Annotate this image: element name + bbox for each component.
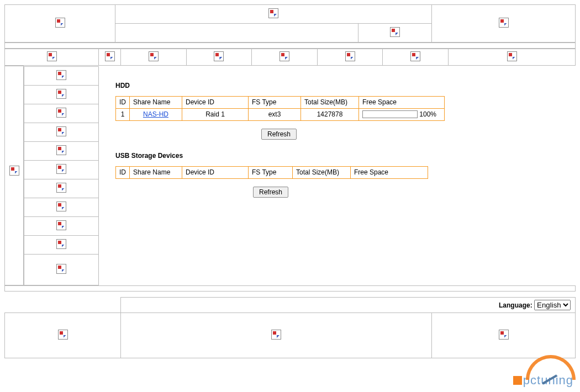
broken-image-icon — [499, 330, 509, 340]
col-free-space: Free Space — [351, 166, 428, 178]
sidebar-item[interactable] — [24, 123, 99, 141]
usb-table: ID Share Name Device ID FS Type Total Si… — [115, 166, 428, 179]
language-select[interactable]: English — [534, 300, 571, 310]
broken-image-icon — [507, 51, 517, 61]
cell-share-name: NAS-HD — [130, 108, 182, 120]
broken-image-icon — [56, 145, 66, 155]
cell-fs-type: ext3 — [249, 108, 301, 120]
col-fs-type: FS Type — [249, 96, 301, 108]
sidebar-outer — [5, 66, 24, 285]
refresh-button-usb[interactable]: Refresh — [253, 187, 288, 198]
cell-total-size: 1427878 — [301, 108, 359, 120]
language-label: Language: — [499, 301, 532, 309]
sidebar-item[interactable] — [24, 235, 99, 254]
hdd-section-title: HDD — [115, 82, 576, 89]
broken-image-icon — [56, 264, 66, 274]
tab-item[interactable] — [99, 49, 121, 66]
broken-image-icon — [56, 202, 66, 211]
broken-image-icon — [9, 166, 19, 176]
free-space-bar — [362, 110, 418, 118]
footer-right — [432, 313, 576, 358]
broken-image-icon — [47, 51, 57, 61]
broken-image-icon — [56, 126, 66, 136]
col-total-size: Total Size(MB) — [301, 96, 359, 108]
col-fs-type: FS Type — [249, 166, 293, 178]
table-row: 1 NAS-HD Raid 1 ext3 1427878 100% — [116, 108, 445, 120]
broken-image-icon — [58, 330, 68, 340]
tab-item[interactable] — [449, 49, 576, 66]
tab-item[interactable] — [383, 49, 449, 66]
col-free-space: Free Space — [359, 96, 445, 108]
broken-image-icon — [56, 183, 66, 193]
cell-id: 1 — [116, 108, 130, 120]
broken-image-icon — [410, 51, 420, 61]
broken-image-icon — [345, 51, 355, 61]
main-layout: HDD ID Share Name Device ID FS Type Tota… — [4, 66, 576, 285]
header-banner-cell — [115, 5, 432, 24]
col-id: ID — [116, 166, 130, 178]
broken-image-icon — [271, 330, 281, 340]
hdd-table: ID Share Name Device ID FS Type Total Si… — [115, 96, 445, 121]
broken-image-icon — [390, 27, 400, 37]
broken-image-icon — [105, 51, 115, 61]
col-device-id: Device ID — [182, 166, 249, 178]
sidebar-item[interactable] — [24, 104, 99, 123]
header-strip — [4, 4, 576, 43]
col-share-name: Share Name — [130, 96, 182, 108]
footer-left — [5, 313, 121, 358]
share-link[interactable]: NAS-HD — [143, 110, 168, 118]
usb-section-title: USB Storage Devices — [115, 152, 576, 160]
header-sub-left — [115, 24, 358, 43]
broken-image-icon — [56, 164, 66, 174]
cell-free-space: 100% — [359, 108, 445, 120]
cell-device-id: Raid 1 — [182, 108, 249, 120]
broken-image-icon — [56, 108, 66, 118]
tab-item[interactable] — [121, 49, 187, 66]
col-share-name: Share Name — [130, 166, 182, 178]
footer-divider — [4, 285, 576, 292]
top-tabs-side — [5, 49, 99, 66]
broken-image-icon — [56, 220, 66, 230]
col-id: ID — [116, 96, 130, 108]
sidebar-item[interactable] — [24, 179, 99, 198]
broken-image-icon — [214, 51, 224, 61]
sidebar-item[interactable] — [24, 85, 99, 104]
free-space-pct: 100% — [419, 110, 436, 118]
broken-image-icon — [55, 18, 65, 28]
tab-item[interactable] — [186, 49, 252, 66]
footer: Language: English — [4, 297, 576, 358]
header-divider — [4, 43, 576, 49]
content-area: HDD ID Share Name Device ID FS Type Tota… — [99, 66, 576, 285]
header-right-cell — [432, 5, 576, 43]
broken-image-icon — [56, 89, 66, 99]
refresh-button-hdd[interactable]: Refresh — [261, 129, 297, 140]
header-sub-right — [358, 24, 432, 43]
broken-image-icon — [56, 239, 66, 249]
tab-item[interactable] — [317, 49, 383, 66]
col-device-id: Device ID — [182, 96, 249, 108]
sidebar-item[interactable] — [24, 216, 99, 235]
sidebar-item[interactable] — [24, 160, 99, 179]
sidebar-item[interactable] — [24, 66, 99, 85]
header-logo-cell — [5, 5, 115, 43]
broken-image-icon — [56, 70, 66, 80]
broken-image-icon — [268, 8, 278, 18]
broken-image-icon — [280, 51, 289, 61]
tab-item[interactable] — [252, 49, 318, 66]
sidebar-item[interactable] — [24, 141, 99, 160]
broken-image-icon — [499, 18, 509, 28]
top-tabs — [4, 49, 576, 66]
sidebar-menu — [24, 66, 99, 285]
col-total-size: Total Size(MB) — [293, 166, 351, 178]
sidebar-item[interactable] — [24, 254, 99, 285]
sidebar-item[interactable] — [24, 198, 99, 216]
footer-center — [121, 313, 432, 358]
broken-image-icon — [149, 51, 159, 61]
